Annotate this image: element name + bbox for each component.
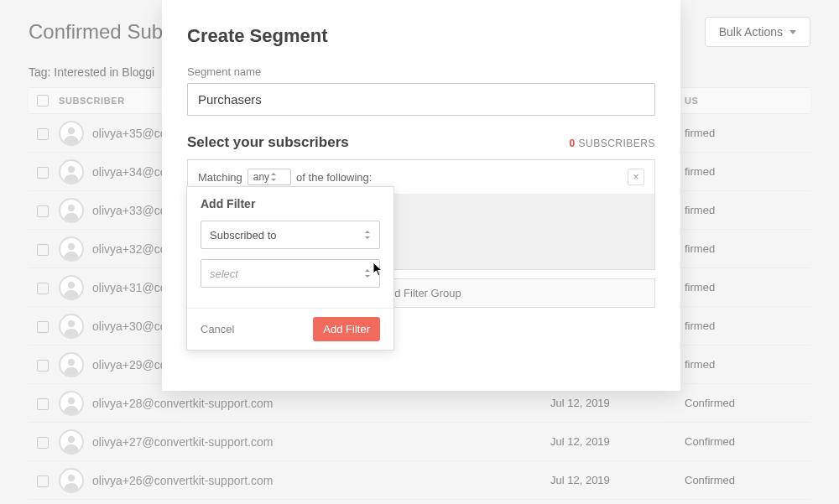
avatar	[59, 468, 84, 493]
select-all-checkbox[interactable]	[37, 95, 49, 107]
subscriber-status: firmed	[685, 165, 802, 178]
row-checkbox[interactable]	[37, 437, 49, 449]
subscriber-status: firmed	[685, 281, 802, 294]
bulk-actions-label: Bulk Actions	[719, 25, 783, 39]
subscriber-email: olivya+35@con	[92, 127, 173, 140]
matching-mode-select[interactable]: any	[248, 169, 291, 185]
remove-filter-group-button[interactable]: ×	[628, 169, 644, 185]
avatar	[59, 314, 84, 339]
bulk-actions-button[interactable]: Bulk Actions	[705, 17, 810, 47]
subscriber-email: olivya+26@convertkit-support.com	[92, 474, 273, 487]
subscriber-email: olivya+29@con	[92, 358, 173, 372]
add-filter-popover: Add Filter Subscribed to select Cancel A…	[186, 186, 394, 351]
sort-arrows-icon	[271, 173, 277, 181]
avatar	[59, 391, 84, 416]
avatar	[59, 159, 84, 184]
filter-target-select[interactable]: select	[201, 259, 380, 288]
sort-arrows-icon	[365, 231, 371, 239]
subscriber-status: Confirmed	[685, 397, 802, 409]
table-row[interactable]: olivya+26@convertkit-support.comJul 12, …	[29, 461, 810, 500]
avatar	[59, 429, 84, 455]
popover-add-filter-button[interactable]: Add Filter	[313, 317, 380, 341]
svg-point-0	[68, 127, 75, 133]
segment-name-input[interactable]	[187, 83, 655, 116]
subscriber-date: Jul 12, 2019	[550, 397, 685, 409]
subscriber-date: Jul 12, 2019	[550, 435, 685, 448]
avatar	[59, 236, 84, 262]
subscriber-status: Confirmed	[685, 435, 802, 448]
row-checkbox[interactable]	[37, 205, 49, 217]
sort-arrows-icon	[365, 269, 371, 278]
subscriber-email: olivya+33@con	[92, 204, 173, 217]
row-checkbox[interactable]	[37, 167, 49, 179]
svg-point-6	[68, 358, 75, 365]
row-checkbox[interactable]	[37, 398, 49, 410]
row-checkbox[interactable]	[37, 321, 49, 333]
select-subscribers-label: Select your subscribers	[187, 134, 349, 151]
subscriber-email: olivya+27@convertkit-support.com	[92, 435, 273, 449]
svg-point-3	[68, 242, 75, 249]
subscriber-email: olivya+34@con	[92, 165, 173, 179]
subscriber-status: firmed	[685, 127, 802, 139]
avatar	[59, 352, 84, 377]
subscriber-count: 0 SUBSCRIBERS	[569, 138, 655, 149]
row-checkbox[interactable]	[37, 360, 49, 372]
matching-prefix: Matching	[198, 171, 242, 184]
subscriber-status: Confirmed	[685, 474, 802, 486]
matching-suffix: of the following:	[296, 171, 372, 184]
subscriber-email: olivya+30@con	[92, 320, 173, 333]
svg-point-2	[68, 204, 75, 210]
chevron-down-icon	[789, 30, 796, 34]
subscriber-status: firmed	[685, 320, 802, 332]
column-status: US	[685, 96, 802, 106]
subscriber-status: firmed	[685, 358, 802, 371]
row-checkbox[interactable]	[37, 475, 49, 487]
row-checkbox[interactable]	[37, 244, 49, 256]
subscriber-date: Jul 12, 2019	[550, 474, 685, 486]
subscriber-status: firmed	[685, 242, 802, 255]
popover-cancel-button[interactable]: Cancel	[201, 323, 234, 335]
page-title: Confirmed Subs	[29, 20, 173, 44]
modal-title: Create Segment	[187, 25, 655, 47]
avatar	[59, 275, 84, 300]
avatar	[59, 121, 84, 146]
subscriber-email: olivya+31@con	[92, 281, 173, 294]
subscriber-email: olivya+32@con	[92, 242, 173, 256]
row-checkbox[interactable]	[37, 128, 49, 140]
svg-point-9	[68, 474, 75, 481]
filter-type-select[interactable]: Subscribed to	[201, 221, 380, 249]
table-row[interactable]: olivya+27@convertkit-support.comJul 12, …	[29, 423, 810, 461]
row-checkbox[interactable]	[37, 283, 49, 294]
svg-point-1	[68, 165, 75, 172]
segment-name-label: Segment name	[187, 65, 655, 78]
svg-point-5	[68, 320, 75, 326]
svg-point-8	[68, 435, 75, 442]
popover-title: Add Filter	[201, 197, 380, 210]
subscriber-email: olivya+28@convertkit-support.com	[92, 397, 273, 410]
svg-point-7	[68, 397, 75, 403]
svg-point-4	[68, 281, 75, 288]
subscriber-status: firmed	[685, 204, 802, 216]
avatar	[59, 198, 84, 223]
